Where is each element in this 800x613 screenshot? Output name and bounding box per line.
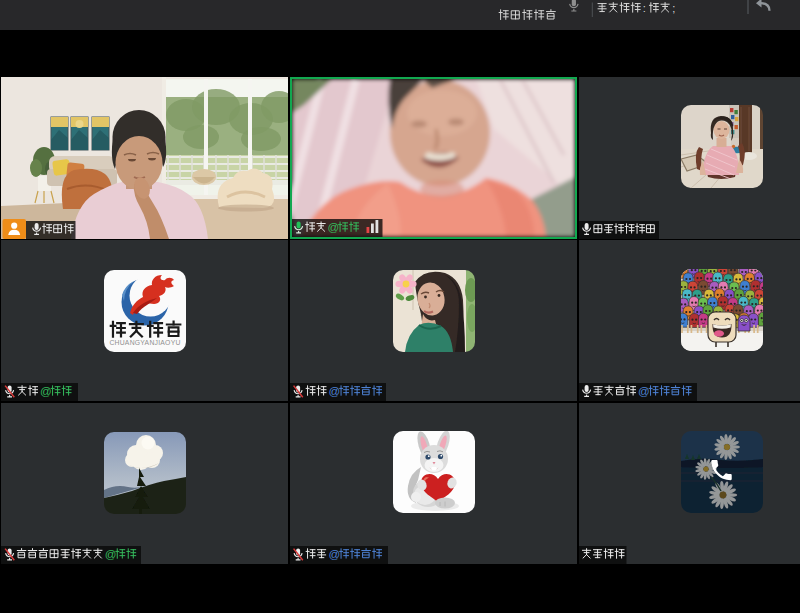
svg-text:@: @ bbox=[40, 385, 52, 397]
svg-text:@: @ bbox=[328, 221, 340, 233]
svg-text:;: ; bbox=[672, 2, 675, 14]
svg-text::: : bbox=[643, 2, 646, 14]
svg-text:@: @ bbox=[638, 385, 650, 397]
svg-text:@: @ bbox=[105, 548, 117, 560]
svg-text:CHUANGYANJIAOYU: CHUANGYANJIAOYU bbox=[109, 339, 180, 346]
svg-text:@: @ bbox=[329, 548, 341, 560]
svg-text:@: @ bbox=[329, 385, 341, 397]
